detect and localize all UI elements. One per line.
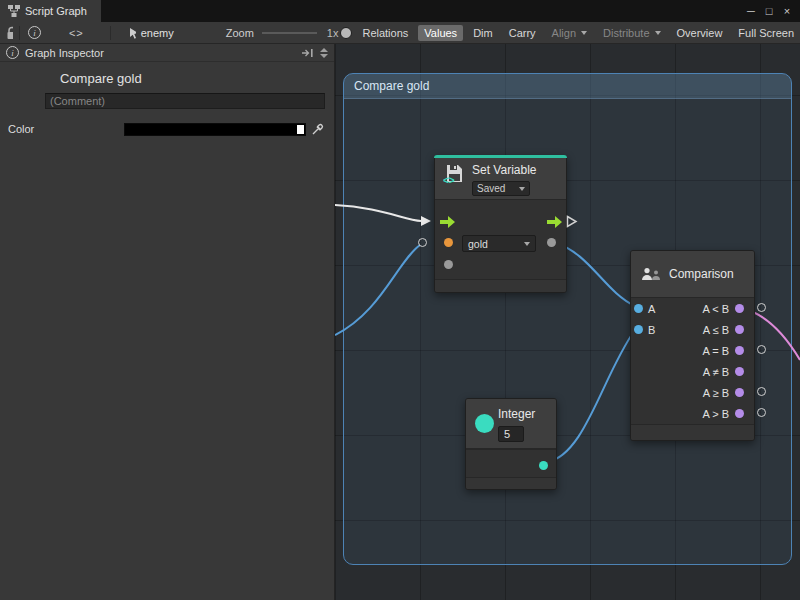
color-label: Color xyxy=(8,123,124,135)
comparison-row: A > B xyxy=(631,403,754,424)
chevron-down-icon xyxy=(581,31,587,35)
panel-scroll-arrows[interactable] xyxy=(320,48,328,58)
wire-endpoint-circle[interactable] xyxy=(418,238,427,247)
window-titlebar: Script Graph ─ □ × xyxy=(0,0,800,22)
separator xyxy=(110,26,111,40)
values-button[interactable]: Values xyxy=(418,25,463,41)
code-icon[interactable]: <> xyxy=(69,27,84,39)
zoom-slider[interactable] xyxy=(262,32,317,34)
variable-kind-dropdown[interactable]: Saved xyxy=(472,181,530,196)
node-footer xyxy=(435,279,566,292)
dim-button[interactable]: Dim xyxy=(467,25,499,41)
full-screen-button[interactable]: Full Screen xyxy=(732,25,800,41)
align-dropdown[interactable]: Align xyxy=(546,25,593,41)
chevron-up-icon xyxy=(320,48,328,52)
distribute-dropdown[interactable]: Distribute xyxy=(597,25,666,41)
comparison-row: B A ≤ B xyxy=(631,319,754,340)
value-output-port[interactable] xyxy=(547,238,556,247)
output-port-ge[interactable] xyxy=(735,388,744,397)
close-button[interactable]: × xyxy=(778,0,796,22)
integer-header[interactable]: Integer 5 xyxy=(466,399,556,449)
zoom-label: Zoom xyxy=(226,27,254,39)
wire-endpoint-circle[interactable] xyxy=(757,345,766,354)
flow-continuation-port[interactable] xyxy=(566,215,578,228)
maximize-button[interactable]: □ xyxy=(760,0,778,22)
target-pointer-icon xyxy=(128,27,135,39)
node-integer[interactable]: Integer 5 xyxy=(465,398,557,490)
zoom-slider-knob[interactable] xyxy=(340,27,352,39)
node-set-variable[interactable]: <> Set Variable Saved xyxy=(434,155,567,293)
eyedropper-icon[interactable] xyxy=(311,122,325,136)
node-comparison[interactable]: Comparison A A < B B A ≤ B A = B A ≠ B xyxy=(630,250,755,441)
separator xyxy=(19,26,20,40)
tab-label: Script Graph xyxy=(25,5,87,17)
flow-input-port[interactable] xyxy=(440,216,455,228)
alpha-notch xyxy=(297,125,304,134)
wire-endpoint-circle[interactable] xyxy=(757,387,766,396)
comparison-row: A = B xyxy=(631,340,754,361)
tab-script-graph[interactable]: Script Graph xyxy=(0,0,101,22)
variable-name-port[interactable] xyxy=(444,238,453,247)
window-controls: ─ □ × xyxy=(742,0,800,22)
set-variable-body: gold xyxy=(435,200,566,279)
comparison-row: A ≠ B xyxy=(631,361,754,382)
wire-endpoint-circle[interactable] xyxy=(757,303,766,312)
chevron-down-icon xyxy=(655,31,661,35)
main-area: i Graph Inspector Compare gold Color xyxy=(0,44,800,600)
node-title: Integer xyxy=(498,407,535,421)
input-port-b[interactable] xyxy=(634,325,643,334)
graph-title: Compare gold xyxy=(60,71,334,86)
carry-button[interactable]: Carry xyxy=(503,25,542,41)
node-title: Comparison xyxy=(669,267,734,281)
node-footer xyxy=(631,424,754,440)
chevron-down-icon xyxy=(519,187,525,191)
minimize-button[interactable]: ─ xyxy=(742,0,760,22)
comparison-header[interactable]: Comparison xyxy=(631,251,754,298)
relations-button[interactable]: Relations xyxy=(356,25,414,41)
graph-inspector-panel: i Graph Inspector Compare gold Color xyxy=(0,44,335,600)
chevron-down-icon xyxy=(320,54,328,58)
output-port-le[interactable] xyxy=(735,325,744,334)
output-port-lt[interactable] xyxy=(735,304,744,313)
graph-toolbar: i <> enemy Zoom 1x Relations Values Dim … xyxy=(0,22,800,44)
variable-name-dropdown[interactable]: gold xyxy=(462,235,536,252)
save-variable-icon: <> xyxy=(443,163,465,185)
wire-endpoint-circle[interactable] xyxy=(757,408,766,417)
output-port-ne[interactable] xyxy=(735,367,744,376)
graph-icon xyxy=(8,5,20,17)
dock-icon[interactable] xyxy=(301,48,314,58)
integer-output-port[interactable] xyxy=(539,461,548,470)
target-object-label[interactable]: enemy xyxy=(141,27,174,39)
output-port-eq[interactable] xyxy=(735,346,744,355)
input-port-a[interactable] xyxy=(634,304,643,313)
integer-body xyxy=(466,449,556,477)
overview-button[interactable]: Overview xyxy=(671,25,729,41)
comment-input[interactable] xyxy=(45,93,325,109)
graph-canvas[interactable]: Compare gold <> Set V xyxy=(335,44,800,600)
svg-text:<>: <> xyxy=(443,175,455,185)
zoom-value: 1x xyxy=(327,27,339,39)
group-title: Compare gold xyxy=(354,79,429,93)
info-icon[interactable]: i xyxy=(28,26,41,39)
node-footer xyxy=(466,477,556,489)
color-field-row: Color xyxy=(8,122,326,136)
group-header[interactable]: Compare gold xyxy=(344,74,791,99)
value-input-port[interactable] xyxy=(444,260,453,269)
output-port-gt[interactable] xyxy=(735,409,744,418)
flow-output-port[interactable] xyxy=(547,216,562,228)
graph-inspector-title: Graph Inspector xyxy=(25,47,104,59)
lock-icon[interactable] xyxy=(6,26,13,40)
info-icon: i xyxy=(6,46,19,59)
node-title: Set Variable xyxy=(472,163,536,177)
comparison-row: A ≥ B xyxy=(631,382,754,403)
chevron-down-icon xyxy=(524,242,530,246)
integer-value-field[interactable]: 5 xyxy=(498,426,524,442)
comparison-icon xyxy=(641,267,661,282)
comparison-row: A A < B xyxy=(631,298,754,319)
integer-type-icon xyxy=(475,414,494,433)
graph-inspector-header: i Graph Inspector xyxy=(0,44,334,62)
set-variable-header[interactable]: <> Set Variable Saved xyxy=(435,156,566,200)
color-field[interactable] xyxy=(124,123,306,136)
